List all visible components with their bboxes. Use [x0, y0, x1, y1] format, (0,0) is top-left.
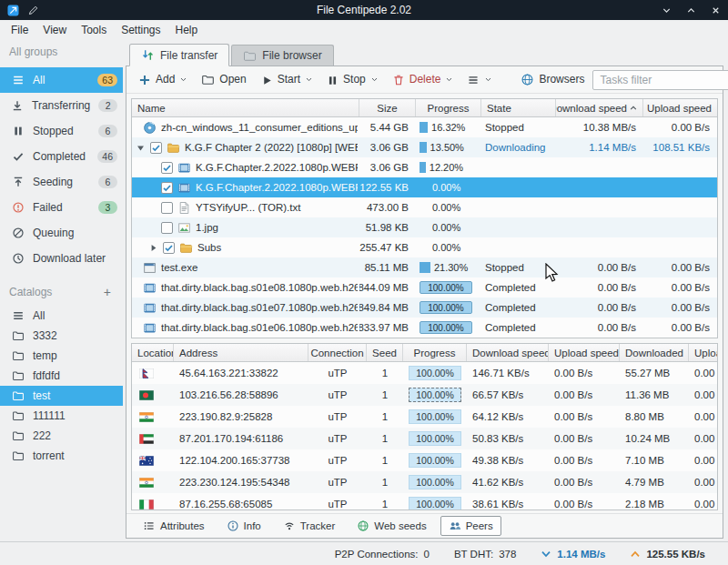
window-minimize-button[interactable]	[662, 5, 672, 15]
transfer-row[interactable]: test.exe85.11 MB21.30%Stopped0.00 B/s0.0…	[132, 257, 717, 277]
peer-downloaded: 7.10 MB	[620, 455, 689, 466]
peer-row[interactable]: 103.216.56.28:58896uTP1100.00%66.57 KB/s…	[132, 384, 717, 406]
catalog-temp[interactable]: temp	[0, 346, 123, 366]
peer-downloaded: 11.36 MB	[620, 389, 689, 400]
add-button[interactable]: Add	[132, 69, 193, 90]
transfer-row[interactable]: that.dirty.black.bag.s01e07.1080p.web.h2…	[132, 298, 717, 318]
bottom-tab-info[interactable]: Info	[218, 516, 269, 536]
transfer-column-state[interactable]: State	[481, 99, 556, 116]
transfer-column-size[interactable]: Size	[359, 99, 416, 116]
row-checkbox-checked[interactable]	[161, 182, 173, 194]
tab-file-browser[interactable]: File browser	[231, 45, 333, 66]
transfer-column-name[interactable]: Name	[132, 99, 359, 116]
peers-column-upload-speed[interactable]: Upload speed	[549, 344, 620, 361]
transfer-column-upload-speed[interactable]: Upload speed	[643, 99, 717, 116]
catalog-torrent[interactable]: torrent	[0, 446, 123, 466]
peer-row[interactable]: 45.64.163.221:33822uTP1100.00%146.71 KB/…	[132, 362, 717, 384]
peer-row[interactable]: 223.230.124.195:54348uTP1100.00%41.62 KB…	[132, 471, 717, 493]
peer-progress: 100.00%	[403, 431, 467, 446]
row-checkbox-unchecked[interactable]	[161, 202, 173, 214]
tasks-filter-combobox[interactable]	[592, 70, 728, 90]
peer-progress-bar: 100.00%	[409, 409, 461, 424]
catalog-test[interactable]: test	[0, 386, 123, 406]
transfer-row[interactable]: 1.jpg51.98 KB0.00%	[132, 217, 717, 237]
delete-button[interactable]: Delete	[386, 69, 460, 90]
task-size: 122.55 KB	[359, 182, 416, 193]
peer-row[interactable]: 87.201.170.194:61186uTP1100.00%50.83 KB/…	[132, 428, 717, 449]
catalog-fdfdfd[interactable]: fdfdfd	[0, 366, 123, 386]
peer-row[interactable]: 87.16.255.68:65085uTP1100.00%38.61 KB/s0…	[132, 493, 717, 510]
task-state: Completed	[481, 302, 556, 313]
task-progress: 0.00%	[416, 222, 481, 233]
transfer-column-download-speed[interactable]: Download speed	[556, 99, 643, 116]
sidebar-group-download-later[interactable]: Download later	[0, 246, 123, 271]
peers-column-upload[interactable]: Upload	[689, 344, 717, 361]
sidebar-group-failed[interactable]: Failed3	[0, 195, 123, 220]
transfer-row[interactable]: K.G.F.Chapter.2.2022.1080p.WEBRip.x...3.…	[132, 157, 717, 177]
transfer-row[interactable]: K.G.F.Chapter.2.2022.1080p.WEBRip.x...12…	[132, 177, 717, 197]
expand-button[interactable]	[148, 244, 158, 252]
transfer-row[interactable]: zh-cn_windows_11_consumer_editions_upd..…	[132, 117, 717, 137]
row-checkbox-unchecked[interactable]	[161, 222, 173, 234]
row-checkbox-checked[interactable]	[150, 142, 162, 154]
peers-column-seed[interactable]: Seed	[367, 344, 403, 361]
task-name: YTSYifyUP... (TOR).txt	[196, 202, 358, 213]
flag-australia-icon	[139, 456, 154, 466]
task-upload-speed: 0.00 B/s	[643, 122, 717, 133]
more-menu-button[interactable]	[460, 69, 498, 90]
bottom-tab-peers[interactable]: Peers	[440, 516, 501, 536]
peers-column-downloaded[interactable]: Downloaded	[620, 344, 689, 361]
transfer-row[interactable]: that.dirty.black.bag.s01e06.1080p.web.h2…	[132, 318, 717, 338]
group-count-badge: 63	[97, 74, 117, 86]
menu-help[interactable]: Help	[168, 21, 206, 39]
sidebar-group-queuing[interactable]: Queuing	[0, 220, 123, 246]
menu-settings[interactable]: Settings	[114, 21, 167, 39]
transfer-row[interactable]: K.G.F Chapter 2 (2022) [1080p] [WEBRip] …	[132, 137, 717, 157]
catalog-label: All	[33, 309, 45, 322]
catalog-222[interactable]: 222	[0, 426, 123, 446]
catalog-all[interactable]: All	[0, 306, 123, 326]
row-checkbox-checked[interactable]	[161, 162, 173, 174]
sidebar-group-completed[interactable]: Completed46	[0, 144, 123, 169]
window-close-button[interactable]	[711, 5, 721, 15]
sidebar-group-all[interactable]: All63	[0, 67, 123, 93]
transfer-row[interactable]: that.dirty.black.bag.s01e08.1080p.web.h2…	[132, 277, 717, 298]
stop-button[interactable]: Stop	[320, 69, 384, 89]
window-title: File Centipede 2.02	[0, 0, 728, 20]
sidebar-group-stopped[interactable]: Stopped6	[0, 118, 123, 144]
sidebar-group-seeding[interactable]: Seeding6	[0, 169, 123, 195]
transfer-row[interactable]: YTSYifyUP... (TOR).txt473.00 B0.00%	[132, 197, 717, 217]
row-checkbox-checked[interactable]	[163, 242, 175, 254]
peers-column-connection[interactable]: Connection	[308, 344, 367, 361]
tab-file-transfer[interactable]: File transfer	[129, 44, 229, 66]
task-progress: 0.00%	[416, 182, 481, 193]
catalog-111111[interactable]: 111111	[0, 406, 123, 426]
peer-row[interactable]: 223.190.82.9:25828uTP1100.00%64.12 KB/s0…	[132, 406, 717, 428]
peer-seed: 1	[367, 477, 403, 488]
catalog-3332[interactable]: 3332	[0, 326, 123, 346]
menu-view[interactable]: View	[35, 21, 74, 39]
group-count-badge: 46	[97, 150, 117, 163]
tasks-filter-input[interactable]	[593, 74, 728, 86]
transfer-column-progress[interactable]: Progress	[416, 99, 481, 116]
menu-file[interactable]: File	[4, 21, 35, 39]
bottom-tab-tracker[interactable]: Tracker	[275, 516, 344, 536]
sidebar-group-transferring[interactable]: Transferring2	[0, 93, 123, 118]
add-catalog-button[interactable]: +	[101, 288, 114, 297]
peers-column-address[interactable]: Address	[174, 344, 308, 361]
start-button[interactable]: Start	[255, 69, 318, 89]
bottom-tab-web-seeds[interactable]: Web seeds	[349, 516, 434, 536]
window-maximize-button[interactable]	[686, 5, 696, 15]
peer-row[interactable]: 122.104.200.165:37738uTP1100.00%49.38 KB…	[132, 449, 717, 471]
collapse-button[interactable]	[136, 144, 146, 152]
transfer-row[interactable]: Subs255.47 KB0.00%	[132, 237, 717, 257]
peers-column-location[interactable]: Location	[132, 344, 174, 361]
bottom-tab-attributes[interactable]: Attributes	[135, 516, 213, 536]
peers-column-progress[interactable]: Progress	[403, 344, 467, 361]
peers-column-download-speed[interactable]: Download speed	[467, 344, 549, 361]
peer-download-speed: 38.61 KB/s	[467, 499, 549, 510]
browsers-button[interactable]: Browsers	[514, 69, 591, 90]
open-button[interactable]: Open	[195, 69, 252, 90]
menu-tools[interactable]: Tools	[74, 21, 114, 39]
stopped-icon	[12, 125, 25, 137]
